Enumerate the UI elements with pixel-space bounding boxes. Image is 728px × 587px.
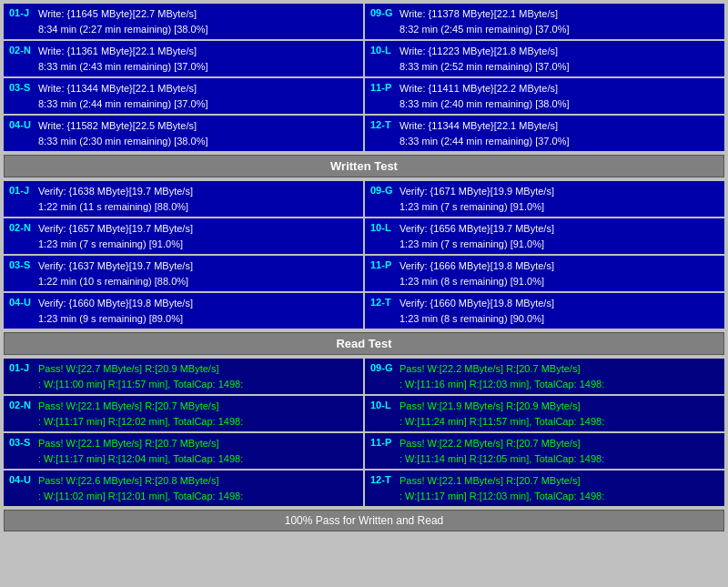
grid-cell: 09-G Verify: {1671 MByte}[19.9 MByte/s]1… [365,181,724,217]
grid-cell: 11-P Verify: {1666 MByte}[19.8 MByte/s]1… [365,256,724,291]
grid-cell: 04-U Write: {11582 MByte}[22.5 MByte/s]8… [4,116,363,151]
grid-cell: 11-P Write: {11411 MByte}[22.2 MByte/s]8… [365,78,724,114]
grid-cell: 01-J Verify: {1638 MByte}[19.7 MByte/s]1… [4,181,363,217]
grid-cell: 12-T Verify: {1660 MByte}[19.8 MByte/s]1… [365,293,724,329]
grid-cell: 01-J Write: {11645 MByte}[22.7 MByte/s]8… [4,4,363,39]
grid-cell: 03-S Write: {11344 MByte}[22.1 MByte/s]8… [4,78,363,114]
grid-cell: 10-L Write: {11223 MByte}[21.8 MByte/s]8… [365,41,724,76]
write-section: 01-J Write: {11645 MByte}[22.7 MByte/s]8… [4,4,724,151]
verify-grid: 01-J Verify: {1638 MByte}[19.7 MByte/s]1… [4,181,724,329]
grid-cell: 11-P Pass! W:[22.2 MByte/s] R:[20.7 MByt… [365,433,724,469]
grid-cell: 02-N Write: {11361 MByte}[22.1 MByte/s]8… [4,41,363,76]
grid-cell: 04-U Pass! W:[22.6 MByte/s] R:[20.8 MByt… [4,471,363,506]
verify-section: 01-J Verify: {1638 MByte}[19.7 MByte/s]1… [4,181,724,329]
grid-cell: 02-N Pass! W:[22.1 MByte/s] R:[20.7 MByt… [4,396,363,431]
grid-cell: 09-G Pass! W:[22.2 MByte/s] R:[20.7 MByt… [365,359,724,394]
write-grid: 01-J Write: {11645 MByte}[22.7 MByte/s]8… [4,4,724,151]
grid-cell: 02-N Verify: {1657 MByte}[19.7 MByte/s]1… [4,218,363,254]
read-section: 01-J Pass! W:[22.7 MByte/s] R:[20.9 MByt… [4,359,724,506]
read-test-header: Read Test [4,332,724,355]
grid-cell: 03-S Pass! W:[22.1 MByte/s] R:[20.7 MByt… [4,433,363,469]
grid-cell: 10-L Verify: {1656 MByte}[19.7 MByte/s]1… [365,218,724,254]
grid-cell: 03-S Verify: {1637 MByte}[19.7 MByte/s]1… [4,256,363,291]
grid-cell: 10-L Pass! W:[21.9 MByte/s] R:[20.9 MByt… [365,396,724,431]
grid-cell: 09-G Write: {11378 MByte}[22.1 MByte/s]8… [365,4,724,39]
written-test-header: Written Test [4,155,724,177]
read-grid: 01-J Pass! W:[22.7 MByte/s] R:[20.9 MByt… [4,359,724,506]
grid-cell: 12-T Pass! W:[22.1 MByte/s] R:[20.7 MByt… [365,471,724,506]
main-container: 01-J Write: {11645 MByte}[22.7 MByte/s]8… [0,0,728,535]
footer-bar: 100% Pass for Written and Read [4,510,724,531]
grid-cell: 01-J Pass! W:[22.7 MByte/s] R:[20.9 MByt… [4,359,363,394]
grid-cell: 04-U Verify: {1660 MByte}[19.8 MByte/s]1… [4,293,363,329]
grid-cell: 12-T Write: {11344 MByte}[22.1 MByte/s]8… [365,116,724,151]
